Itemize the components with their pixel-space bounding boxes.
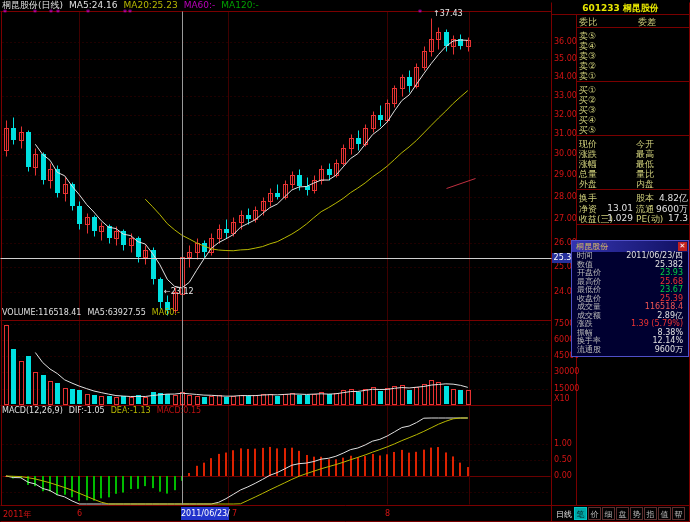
stock-name: 桐昆股份	[623, 3, 659, 13]
macd-title-bar: MACD(12,26,9)DIF:-1.05DEA:-1.13MACD:0.15	[2, 406, 207, 416]
price-tick-label: 36.00	[554, 37, 577, 46]
volume-tick-label: 30000	[554, 367, 579, 376]
quick-button-笔[interactable]: 笔	[574, 507, 587, 520]
volume-ma5-value: MA5:63927.55	[87, 308, 145, 317]
quick-button-盘[interactable]: 盘	[616, 507, 629, 520]
quote-label: 外盘	[579, 178, 613, 191]
panel-title-text: 桐昆股份	[576, 242, 608, 251]
stat-value: 1.029	[601, 213, 633, 223]
stock-header: 601233 桐昆股份	[551, 2, 690, 15]
page-title: 桐昆股份(日线)	[2, 0, 63, 10]
weicha-label: 委差	[638, 16, 656, 29]
year-label: 2011年	[3, 509, 31, 520]
macd-tick-label: 0.50	[554, 455, 572, 464]
quick-button-值[interactable]: 值	[658, 507, 671, 520]
low-annotation: ←23.12	[164, 287, 194, 296]
volume-title-bar: VOLUME:116518.41MA5:63927.55MA60:-	[2, 308, 186, 318]
ma120-value: MA120:-	[221, 0, 258, 10]
price-tick-label: 28.00	[554, 192, 577, 201]
quick-button-价[interactable]: 价	[588, 507, 601, 520]
price-tick-label: 32.00	[554, 110, 577, 119]
macd-tick-label: 0.00	[554, 471, 572, 480]
dif-value: DIF:-1.05	[69, 406, 105, 415]
price-tick-label: 34.00	[554, 72, 577, 81]
stat-value: 13.01	[601, 203, 633, 213]
sell-level-label: 卖①	[579, 71, 596, 81]
volume-value: VOLUME:116518.41	[2, 308, 81, 317]
buy-row: 买⑤	[579, 124, 596, 137]
quick-button-帮[interactable]: 帮	[672, 507, 685, 520]
bottom-status-bar: 2011年 2011/06/23/四 日线 678 笔价细盘势指值帮	[0, 506, 690, 522]
buy-level-label: 买⑤	[579, 125, 596, 135]
quick-button-指[interactable]: 指	[644, 507, 657, 520]
period-button[interactable]: 日线	[556, 509, 572, 520]
dea-value: DEA:-1.13	[111, 406, 151, 415]
macd-name: MACD(12,26,9)	[2, 406, 63, 415]
volume-unit-label: X10	[554, 394, 570, 403]
chart-title-bar: 桐昆股份(日线)MA5:24.16MA20:25.23MA60:-MA120:-	[2, 0, 265, 10]
ma20-value: MA20:25.23	[123, 0, 177, 10]
price-tick-label: 30.00	[554, 149, 577, 158]
panel-row-label: 流通股	[577, 346, 601, 355]
month-label: 6	[77, 509, 82, 518]
ma5-value: MA5:24.16	[69, 0, 117, 10]
app-window: 桐昆股份(日线)MA5:24.16MA20:25.23MA60:-MA120:-…	[0, 0, 690, 522]
price-tick-label: 27.00	[554, 214, 577, 223]
quote-label: 内盘	[636, 178, 662, 191]
month-label: 8	[385, 509, 390, 518]
close-icon[interactable]: ✕	[678, 242, 687, 251]
quote-info-panel[interactable]: 桐昆股份 ✕ 时间2011/06/23/四数值25.382开盘价23.93最高价…	[571, 240, 689, 357]
price-tick-label: 31.00	[554, 129, 577, 138]
price-tick-label: 35.00	[554, 54, 577, 63]
weibi-label: 委比	[579, 16, 597, 29]
panel-row-value: 9600万	[655, 346, 683, 355]
stock-code: 601233	[582, 3, 620, 13]
macd-value: MACD:0.15	[157, 406, 202, 415]
volume-tick-label: 15000	[554, 384, 579, 393]
price-tick-label: 29.00	[554, 170, 577, 179]
crosshair-date-label: 2011/06/23/四	[181, 507, 229, 520]
quick-button-细[interactable]: 细	[602, 507, 615, 520]
quick-button-势[interactable]: 势	[630, 507, 643, 520]
price-tick-label: 33.00	[554, 91, 577, 100]
volume-ma60-value: MA60:-	[152, 308, 180, 317]
high-annotation: ↑37.43	[433, 9, 463, 18]
month-label: 7	[232, 509, 237, 518]
macd-tick-label: 1.00	[554, 439, 572, 448]
stat-value: 17.3	[656, 213, 688, 223]
panel-row: 流通股9600万	[572, 346, 688, 355]
sell-row: 卖①	[579, 70, 596, 83]
ma60-value: MA60:-	[184, 0, 216, 10]
